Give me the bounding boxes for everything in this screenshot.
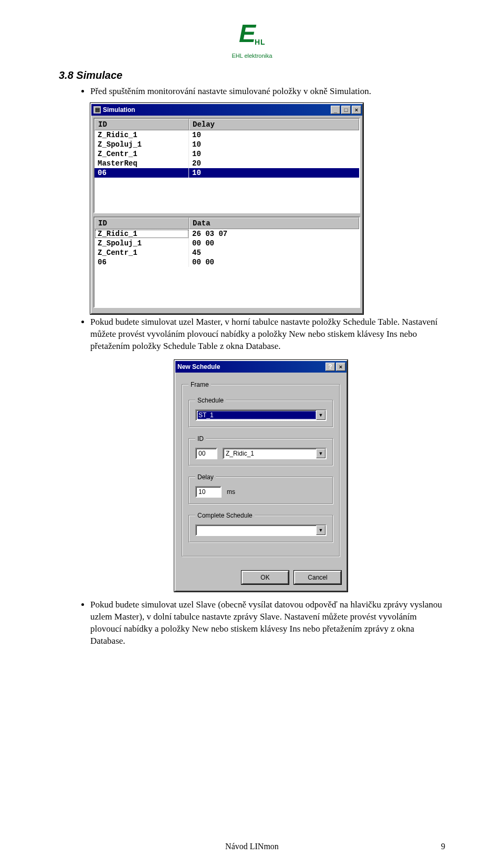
delay-value: 10 (198, 488, 205, 496)
id-name-value: Z_Ridic_1 (226, 450, 316, 457)
id-name-combo[interactable]: Z_Ridic_1 ▼ (223, 448, 327, 459)
heading-3-8: 3.8 Simulace (59, 69, 445, 81)
bullet-2: Pokud budete simulovat uzel Master, v ho… (90, 316, 445, 353)
logo-letter-e: E (239, 23, 256, 44)
table-row[interactable]: Z_Spoluj_1 00 00 (94, 239, 359, 248)
help-button[interactable]: ? (326, 363, 335, 371)
schedule-value: ST_1 (197, 411, 316, 419)
logo-block: E HL EHL elektronika (59, 25, 445, 59)
schedule-legend: Schedule (195, 397, 226, 404)
bullet-1: Před spuštěním monitorování nastavte sim… (90, 86, 445, 98)
chevron-down-icon[interactable]: ▼ (316, 525, 326, 535)
table-row[interactable]: Z_Ridic_1 10 (94, 130, 359, 140)
new-schedule-dialog: New Schedule ? × Frame Schedule ST_1 ▼ I… (174, 360, 348, 592)
logo-letters-hl: HL (255, 38, 266, 46)
chevron-down-icon[interactable]: ▼ (316, 410, 326, 420)
complete-schedule-group: Complete Schedule ▼ (188, 512, 333, 543)
bullet-list-2: Pokud budete simulovat uzel Master, v ho… (59, 316, 445, 353)
slave-data-list[interactable]: ID Data Z_Ridic_1 26 03 07 Z_Spoluj_1 00… (93, 217, 360, 308)
id-group: ID 00 Z_Ridic_1 ▼ (188, 435, 333, 466)
dialog-titlebar[interactable]: New Schedule ? × (175, 361, 346, 373)
table1-empty-area (94, 178, 359, 212)
logo-caption: EHL elektronika (59, 53, 445, 59)
frame-legend: Frame (188, 381, 211, 388)
bullet-3: Pokud budete simulovat uzel Slave (obecn… (90, 599, 445, 647)
table-row[interactable]: MasterReq 20 (94, 159, 359, 168)
table-row[interactable]: Z_Centr_1 10 (94, 149, 359, 159)
col-id: ID (94, 119, 189, 130)
frame-group: Frame Schedule ST_1 ▼ ID 00 (182, 381, 340, 557)
complete-legend: Complete Schedule (195, 512, 255, 519)
bullet-list-1: Před spuštěním monitorování nastavte sim… (59, 86, 445, 98)
table-row[interactable]: 06 00 00 (94, 257, 359, 267)
col-id: ID (94, 218, 189, 229)
id-number-value: 00 (198, 450, 205, 457)
close-button[interactable]: × (352, 106, 361, 114)
schedule-group: Schedule ST_1 ▼ (188, 397, 333, 428)
maximize-button[interactable]: □ (341, 106, 351, 114)
id-legend: ID (195, 435, 206, 442)
schedule-table-list[interactable]: ID Delay Z_Ridic_1 10 Z_Spoluj_1 10 Z_Ce… (93, 118, 360, 213)
bullet-list-3: Pokud budete simulovat uzel Slave (obecn… (59, 599, 445, 647)
delay-input[interactable]: 10 (195, 486, 222, 498)
minimize-button[interactable]: _ (331, 106, 340, 114)
chevron-down-icon[interactable]: ▼ (316, 449, 326, 458)
dialog-title: New Schedule (177, 363, 326, 370)
table1-header: ID Delay (94, 119, 359, 130)
delay-legend: Delay (195, 473, 216, 481)
simulation-title: Simulation (103, 106, 331, 114)
app-icon: ▤ (93, 106, 101, 114)
table-row[interactable]: Z_Spoluj_1 10 (94, 140, 359, 149)
cancel-button[interactable]: Cancel (294, 571, 341, 584)
col-data: Data (189, 218, 359, 229)
simulation-window: ▤ Simulation _ □ × ID Delay Z_Ridic_1 10 (90, 103, 363, 314)
footer-center: Návod LINmon (0, 842, 504, 851)
schedule-combo[interactable]: ST_1 ▼ (195, 409, 327, 421)
delay-unit: ms (227, 488, 235, 496)
logo-icon: E HL (239, 25, 265, 48)
page-number: 9 (441, 842, 445, 851)
col-delay: Delay (189, 119, 359, 130)
id-number-input[interactable]: 00 (195, 448, 217, 459)
table2-header: ID Data (94, 218, 359, 229)
delay-group: Delay 10 ms (188, 473, 333, 504)
table-row[interactable]: Z_Ridic_1 26 03 07 (94, 229, 359, 239)
table-row-selected[interactable]: 06 10 (94, 168, 359, 178)
complete-schedule-combo[interactable]: ▼ (195, 524, 327, 536)
simulation-titlebar[interactable]: ▤ Simulation _ □ × (91, 104, 362, 116)
table2-empty-area (94, 267, 359, 307)
ok-button[interactable]: OK (242, 571, 289, 584)
dialog-close-button[interactable]: × (336, 363, 345, 371)
page: E HL EHL elektronika 3.8 Simulace Před s… (0, 0, 504, 866)
table-row[interactable]: Z_Centr_1 45 (94, 248, 359, 257)
